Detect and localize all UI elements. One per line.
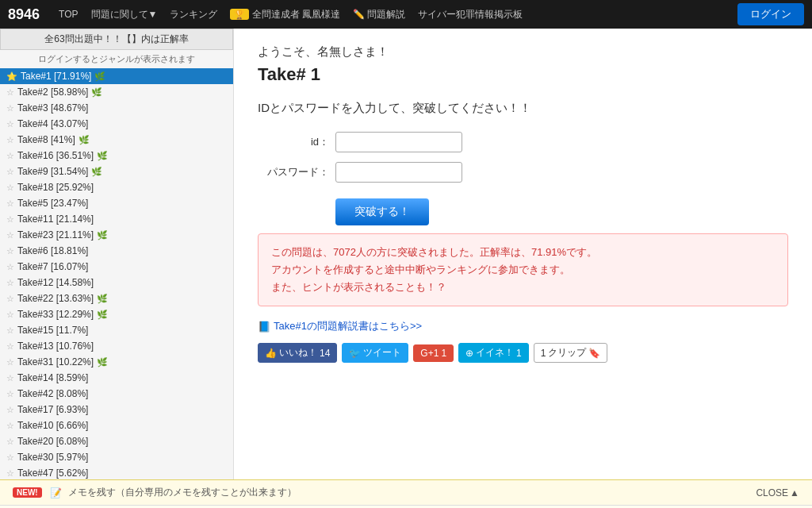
sidebar-item-label: Take#12 [14.58%] (17, 277, 94, 288)
sidebar-item[interactable]: ☆Take#31 [10.22%]🌿 (0, 354, 233, 370)
sidebar-item[interactable]: ☆Take#20 [6.08%] (0, 433, 233, 449)
nav-phoenix[interactable]: 🏆 全問達成者 鳳凰様達 (230, 8, 340, 21)
star-icon: ☆ (6, 183, 14, 193)
star-icon: ⭐ (6, 71, 17, 82)
site-title: 8946 (8, 6, 40, 23)
sidebar-item[interactable]: ☆Take#47 [5.62%] (0, 465, 233, 479)
star-icon: ☆ (6, 135, 14, 145)
sidebar-item-label: Take#8 [41%] (17, 134, 75, 145)
twitter-icon: 🐦 (349, 348, 361, 359)
like-button[interactable]: 👍 いいね！ 14 (258, 343, 337, 363)
hatena-button[interactable]: ⊕ イイネ！ 1 (458, 343, 529, 363)
memo-input-area (0, 505, 812, 508)
sidebar-item[interactable]: ☆Take#13 [10.76%] (0, 338, 233, 354)
sidebar-item[interactable]: ☆Take#11 [21.14%] (0, 211, 233, 227)
sidebar-item[interactable]: ☆Take#9 [31.54%]🌿 (0, 164, 233, 179)
close-memo-button[interactable]: CLOSE ▲ (756, 487, 799, 498)
star-icon: ☆ (6, 87, 14, 98)
sidebar-item-label: Take#16 [36.51%] (17, 150, 94, 161)
star-icon: ☆ (6, 405, 14, 415)
sidebar-item-label: Take#18 [25.92%] (17, 182, 94, 193)
info-line2: アカウントを作成すると途中中断やランキングに参加できます。 (271, 261, 775, 279)
gplus-button[interactable]: G+1 1 (413, 344, 454, 362)
id-input[interactable] (335, 132, 462, 152)
login-form: id： パスワード： (258, 132, 788, 183)
sidebar-header: 全63問出題中！！【】内は正解率 (0, 29, 233, 50)
sidebar-item[interactable]: ⭐Take#1 [71.91%]🌿 (0, 68, 233, 84)
info-line1: この問題は、7072人の方に突破されました。正解率は、71.91%です。 (271, 244, 775, 261)
sidebar-item[interactable]: ☆Take#22 [13.63%]🌿 (0, 291, 233, 306)
sidebar: 全63問出題中！！【】内は正解率 ログインするとジャンルが表示されます ⭐Tak… (0, 29, 234, 479)
info-box: この問題は、7072人の方に突破されました。正解率は、71.91%です。 アカウ… (258, 233, 788, 306)
login-button[interactable]: ログイン (737, 3, 804, 25)
sidebar-item[interactable]: ☆Take#10 [6.66%] (0, 418, 233, 433)
sidebar-item[interactable]: ☆Take#30 [5.97%] (0, 449, 233, 465)
fire-icon: 🌿 (97, 151, 108, 161)
sidebar-item[interactable]: ☆Take#4 [43.07%] (0, 116, 233, 132)
sidebar-item[interactable]: ☆Take#17 [6.93%] (0, 402, 233, 418)
memo-bar: NEW! 📝 メモを残す（自分専用のメモを残すことが出来ます） CLOSE ▲ (0, 479, 812, 505)
sidebar-item-label: Take#1 [71.91%] (21, 71, 91, 82)
nav-ranking[interactable]: ランキング (170, 8, 217, 21)
star-icon: ☆ (6, 278, 14, 288)
sidebar-item[interactable]: ☆Take#18 [25.92%] (0, 179, 233, 195)
sidebar-item-label: Take#6 [18.81%] (17, 245, 88, 256)
submit-button[interactable]: 突破する！ (335, 198, 429, 225)
fire-icon: 🌿 (91, 87, 102, 98)
fire-icon: 🌿 (97, 294, 108, 304)
sidebar-item-label: Take#4 [43.07%] (17, 118, 88, 129)
nav-cyberbbs[interactable]: サイバー犯罪情報掲示板 (418, 8, 523, 21)
star-icon: ☆ (6, 230, 14, 241)
sidebar-item[interactable]: ☆Take#6 [18.81%] (0, 243, 233, 259)
id-label: id： (258, 135, 329, 149)
sidebar-item[interactable]: ☆Take#15 [11.7%] (0, 322, 233, 338)
take-title: Take# 1 (258, 64, 788, 85)
sidebar-item[interactable]: ☆Take#8 [41%]🌿 (0, 132, 233, 148)
sidebar-item-label: Take#33 [12.29%] (17, 309, 94, 320)
password-input[interactable] (335, 162, 462, 183)
guide-link[interactable]: 📘 Take#1の問題解説書はこちら>> (258, 319, 788, 333)
sidebar-item[interactable]: ☆Take#33 [12.29%]🌿 (0, 306, 233, 322)
nav-top[interactable]: TOP (59, 9, 78, 20)
instruction-text: IDとパスワードを入力して、突破してください！！ (258, 101, 788, 116)
sidebar-item[interactable]: ☆Take#5 [23.47%] (0, 195, 233, 211)
sidebar-item-label: Take#31 [10.22%] (17, 356, 94, 368)
password-label: パスワード： (258, 165, 329, 179)
star-icon: ☆ (6, 198, 14, 209)
welcome-text: ようこそ、名無しさま！ (258, 44, 788, 60)
main-layout: 全63問出題中！！【】内は正解率 ログインするとジャンルが表示されます ⭐Tak… (0, 29, 812, 479)
nav-mondai[interactable]: 問題に関して▼ (91, 8, 158, 21)
tweet-button[interactable]: 🐦 ツイート (342, 343, 408, 363)
sidebar-item-label: Take#22 [13.63%] (17, 293, 94, 304)
sidebar-item-label: Take#30 [5.97%] (17, 452, 88, 463)
top-navigation: 8946 TOP 問題に関して▼ ランキング 🏆 全問達成者 鳳凰様達 ✏️ 問… (0, 0, 812, 29)
sidebar-item[interactable]: ☆Take#7 [16.07%] (0, 259, 233, 275)
sidebar-item[interactable]: ☆Take#3 [48.67%] (0, 100, 233, 116)
star-icon: ☆ (6, 452, 14, 463)
star-icon: ☆ (6, 341, 14, 352)
nav-kaisetsu[interactable]: ✏️ 問題解説 (353, 8, 405, 21)
star-icon: ☆ (6, 246, 14, 256)
memo-icon: 📝 (50, 487, 62, 498)
sidebar-item-label: Take#10 [6.66%] (17, 420, 88, 431)
fire-icon: 🌿 (97, 310, 108, 320)
sidebar-item-label: Take#2 [58.98%] (17, 87, 88, 98)
fire-icon: 🌿 (91, 167, 102, 177)
sidebar-item[interactable]: ☆Take#14 [8.59%] (0, 370, 233, 386)
star-icon: ☆ (6, 325, 14, 336)
sidebar-item-label: Take#17 [6.93%] (17, 404, 88, 415)
memo-text: メモを残す（自分専用のメモを残すことが出来ます） (68, 486, 297, 499)
id-row: id： (258, 132, 462, 152)
sidebar-item[interactable]: ☆Take#2 [58.98%]🌿 (0, 84, 233, 100)
chevron-up-icon: ▲ (790, 487, 799, 498)
clip-button[interactable]: 1 クリップ 🔖 (534, 343, 608, 363)
sidebar-item[interactable]: ☆Take#12 [14.58%] (0, 275, 233, 291)
sidebar-item-label: Take#3 [48.67%] (17, 102, 88, 114)
sidebar-item-label: Take#15 [11.7%] (17, 325, 88, 336)
memo-bar-left: NEW! 📝 メモを残す（自分専用のメモを残すことが出来ます） (13, 486, 297, 499)
sidebar-item[interactable]: ☆Take#16 [36.51%]🌿 (0, 148, 233, 164)
sidebar-item[interactable]: ☆Take#23 [21.11%]🌿 (0, 227, 233, 243)
sidebar-item[interactable]: ☆Take#42 [8.08%] (0, 386, 233, 402)
sidebar-item-label: Take#47 [5.62%] (17, 468, 88, 479)
content-area: ようこそ、名無しさま！ Take# 1 IDとパスワードを入力して、突破してくだ… (234, 29, 812, 479)
